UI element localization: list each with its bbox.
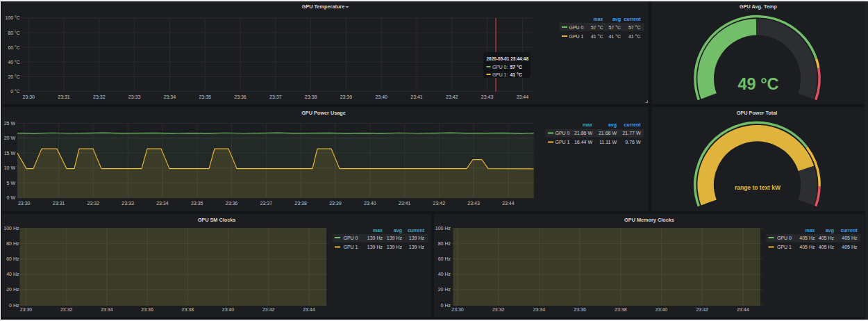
svg-text:23:30: 23:30 bbox=[451, 307, 464, 312]
svg-text:23:34: 23:34 bbox=[533, 307, 546, 312]
svg-text:current: current bbox=[624, 17, 641, 22]
svg-text:23:38: 23:38 bbox=[305, 94, 317, 99]
svg-text:23:40: 23:40 bbox=[656, 307, 668, 312]
svg-text:GPU Memory Clocks: GPU Memory Clocks bbox=[624, 217, 674, 223]
svg-text:80 Hz: 80 Hz bbox=[438, 241, 451, 246]
svg-text:23:31: 23:31 bbox=[53, 201, 65, 206]
svg-text:60 Hz: 60 Hz bbox=[438, 256, 451, 261]
svg-text:57 °C: 57 °C bbox=[608, 25, 621, 30]
svg-text:405 Hz: 405 Hz bbox=[819, 236, 835, 240]
svg-text:23:30: 23:30 bbox=[18, 201, 31, 206]
svg-text:139 Hz: 139 Hz bbox=[409, 245, 425, 249]
svg-text:23:42: 23:42 bbox=[433, 201, 446, 206]
svg-text:20 Hz: 20 Hz bbox=[6, 287, 19, 292]
svg-text:5 W: 5 W bbox=[7, 181, 16, 186]
svg-text:0 Hz: 0 Hz bbox=[441, 303, 451, 308]
svg-text:max: max bbox=[593, 17, 603, 22]
svg-text:23:38: 23:38 bbox=[615, 307, 627, 312]
svg-text:41 °C: 41 °C bbox=[608, 34, 621, 39]
svg-text:23:43: 23:43 bbox=[481, 94, 494, 99]
svg-text:avg: avg bbox=[394, 228, 402, 233]
svg-text:57 °C: 57 °C bbox=[591, 25, 603, 30]
svg-text:21.86 W: 21.86 W bbox=[574, 131, 592, 135]
svg-text:23:41: 23:41 bbox=[410, 94, 423, 99]
svg-text:60 °C: 60 °C bbox=[8, 45, 19, 50]
svg-text:139 Hz: 139 Hz bbox=[387, 236, 403, 240]
svg-text:GPU 0: GPU 0 bbox=[344, 236, 358, 240]
svg-text:23:43: 23:43 bbox=[467, 201, 480, 206]
svg-text:GPU 1: GPU 1 bbox=[556, 140, 570, 145]
svg-text:25 W: 25 W bbox=[4, 121, 16, 126]
svg-text:405 Hz: 405 Hz bbox=[799, 236, 815, 240]
svg-text:41 °C: 41 °C bbox=[628, 34, 641, 39]
svg-text:avg: avg bbox=[826, 228, 834, 233]
svg-text:21.77 W: 21.77 W bbox=[622, 131, 640, 135]
svg-text:GPU Avg. Temp: GPU Avg. Temp bbox=[740, 3, 778, 10]
svg-text:139 Hz: 139 Hz bbox=[367, 245, 383, 249]
svg-text:9.76 W: 9.76 W bbox=[625, 140, 641, 145]
svg-text:57 °C: 57 °C bbox=[510, 65, 522, 69]
svg-text:41 °C: 41 °C bbox=[591, 34, 603, 39]
svg-text:23:42: 23:42 bbox=[262, 307, 275, 312]
svg-text:139 Hz: 139 Hz bbox=[387, 245, 403, 249]
svg-text:100 °C: 100 °C bbox=[6, 15, 20, 20]
svg-text:139 Hz: 139 Hz bbox=[367, 236, 383, 240]
svg-text:100 Hz: 100 Hz bbox=[435, 226, 451, 231]
svg-text:10 W: 10 W bbox=[4, 165, 16, 170]
svg-text:23:36: 23:36 bbox=[234, 94, 247, 99]
svg-text:40 Hz: 40 Hz bbox=[6, 272, 19, 277]
svg-text:41 °C: 41 °C bbox=[510, 72, 522, 77]
svg-text:23:30: 23:30 bbox=[20, 307, 33, 312]
svg-text:405 Hz: 405 Hz bbox=[819, 245, 835, 249]
svg-text:23:32: 23:32 bbox=[93, 94, 106, 99]
svg-text:23:31: 23:31 bbox=[58, 94, 70, 99]
svg-text:20 Hz: 20 Hz bbox=[438, 287, 451, 292]
svg-text:max: max bbox=[805, 228, 815, 233]
svg-text:GPU 0: GPU 0 bbox=[569, 25, 584, 30]
svg-text:23:36: 23:36 bbox=[574, 307, 586, 312]
svg-text:23:36: 23:36 bbox=[226, 201, 238, 206]
svg-text:405 Hz: 405 Hz bbox=[842, 236, 858, 240]
svg-text:21.68 W: 21.68 W bbox=[599, 131, 617, 135]
svg-text:23:41: 23:41 bbox=[399, 201, 411, 206]
svg-text:23:32: 23:32 bbox=[87, 201, 100, 206]
svg-text:23:44: 23:44 bbox=[737, 307, 749, 312]
svg-text:avg: avg bbox=[608, 122, 617, 128]
svg-text:23:35: 23:35 bbox=[191, 201, 203, 206]
svg-text:23:30: 23:30 bbox=[22, 94, 35, 99]
svg-text:15 W: 15 W bbox=[4, 151, 16, 156]
svg-text:40 °C: 40 °C bbox=[8, 60, 19, 65]
svg-text:GPU SM Clocks: GPU SM Clocks bbox=[198, 217, 236, 223]
svg-text:40 Hz: 40 Hz bbox=[438, 272, 451, 277]
svg-text:100 Hz: 100 Hz bbox=[3, 226, 19, 231]
svg-text:23:40: 23:40 bbox=[364, 201, 376, 206]
svg-text:23:39: 23:39 bbox=[329, 201, 342, 206]
svg-text:GPU 1:: GPU 1: bbox=[492, 72, 508, 77]
svg-text:23:35: 23:35 bbox=[199, 94, 211, 99]
svg-text:23:36: 23:36 bbox=[141, 307, 153, 312]
svg-text:GPU 1: GPU 1 bbox=[569, 34, 584, 39]
svg-text:avg: avg bbox=[612, 17, 621, 22]
svg-text:405 Hz: 405 Hz bbox=[842, 245, 858, 249]
svg-text:GPU 1: GPU 1 bbox=[344, 245, 358, 249]
svg-text:GPU 0: GPU 0 bbox=[556, 131, 570, 135]
svg-text:405 Hz: 405 Hz bbox=[799, 245, 815, 249]
svg-text:23:42: 23:42 bbox=[696, 307, 708, 312]
svg-text:23:34: 23:34 bbox=[164, 94, 176, 99]
svg-text:23:33: 23:33 bbox=[128, 94, 141, 99]
svg-text:current: current bbox=[840, 228, 858, 233]
svg-text:20 W: 20 W bbox=[4, 135, 16, 140]
svg-text:range to text kW: range to text kW bbox=[735, 184, 781, 191]
svg-text:16.44 W: 16.44 W bbox=[574, 140, 592, 145]
svg-text:23:33: 23:33 bbox=[122, 201, 134, 206]
svg-text:0 Hz: 0 Hz bbox=[9, 303, 19, 308]
svg-text:23:38: 23:38 bbox=[182, 307, 194, 312]
svg-text:23:38: 23:38 bbox=[294, 201, 307, 206]
svg-text:139 Hz: 139 Hz bbox=[409, 236, 425, 240]
svg-text:current: current bbox=[408, 228, 425, 233]
svg-text:current: current bbox=[624, 122, 641, 127]
svg-text:max: max bbox=[373, 228, 383, 233]
svg-text:23:37: 23:37 bbox=[269, 94, 282, 99]
svg-text:23:32: 23:32 bbox=[60, 307, 73, 312]
svg-text:60 Hz: 60 Hz bbox=[6, 256, 19, 261]
